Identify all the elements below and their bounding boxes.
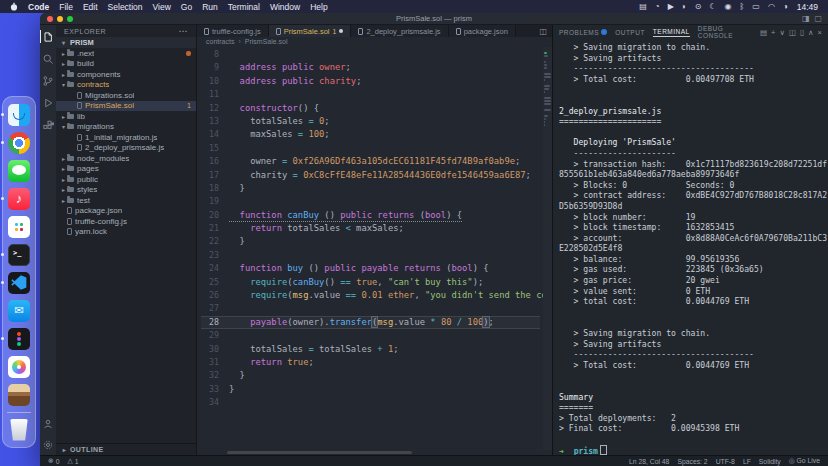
code-line-32[interactable]: 32 } (201, 369, 540, 382)
breadcrumb-item[interactable]: PrismSale.sol (245, 38, 288, 45)
menu-item-code[interactable]: Code (28, 2, 49, 12)
panel-tab-terminal[interactable]: TERMINAL (653, 28, 690, 37)
title-bar[interactable]: PrismSale.sol — prism ◨ ▢ (40, 13, 828, 25)
tab-package.json[interactable]: package.json (449, 25, 516, 37)
dock-item-chrome[interactable] (8, 132, 30, 154)
toggle-panel-icon[interactable]: ◨ (802, 13, 810, 24)
menu-item-selection[interactable]: Selection (108, 2, 143, 12)
file-1_initial_migration.js[interactable]: 1_initial_migration.js (56, 132, 196, 143)
folder-build[interactable]: ▸build (56, 59, 196, 70)
code-line-24[interactable]: 24 function buy () public payable return… (201, 262, 540, 275)
menu-item-help[interactable]: Help (310, 2, 327, 12)
control-center-icon[interactable]: ◑ (783, 2, 788, 11)
code-line-29[interactable]: 29 (201, 329, 540, 342)
zoom-window-button[interactable] (67, 16, 73, 22)
chevron-up-icon[interactable]: ∧ (808, 28, 814, 37)
code-line-26[interactable]: 26 require(msg.value == 0.01 ether, "you… (201, 289, 540, 302)
tab-PrismSale.sol[interactable]: PrismSale.sol1 (269, 25, 352, 37)
settings-icon[interactable] (40, 438, 56, 451)
code-line-16[interactable]: 16 owner = 0xf26A96Df463a105dcEC61181F45… (201, 155, 540, 168)
dock-item-figma[interactable] (8, 328, 30, 350)
chevron-down-icon[interactable]: ∨ (779, 28, 785, 37)
dock-item-finder[interactable] (8, 104, 30, 126)
tab-2_deploy_prismsale.js[interactable]: 2_deploy_prismsale.js (351, 25, 448, 37)
code-line-27[interactable]: 27 (201, 302, 540, 315)
panel-tab-debug-console[interactable]: DEBUG CONSOLE (698, 25, 752, 39)
minimap[interactable] (543, 47, 552, 450)
close-window-button[interactable] (47, 16, 53, 22)
dock-item-music[interactable] (8, 188, 30, 210)
folder-contracts[interactable]: ▾contracts (56, 80, 196, 91)
code-line-9[interactable]: 9 address public owner; (201, 61, 540, 74)
folder-.next[interactable]: ▸.next (56, 48, 196, 59)
trash-icon[interactable]: ▯ (800, 28, 804, 37)
panel-tab-problems[interactable]: PROBLEMS (559, 29, 607, 36)
search-icon[interactable]: ⊙ (695, 2, 702, 11)
breadcrumb-item[interactable]: contracts (206, 38, 234, 45)
source-control-icon[interactable] (40, 74, 56, 87)
split-icon[interactable]: ◫ (789, 28, 796, 37)
terminal-prompt[interactable]: ➜ prism (559, 445, 828, 455)
explorer-icon[interactable] (40, 30, 56, 43)
code-line-30[interactable]: 30 totalSales = totalSales + 1; (201, 343, 540, 356)
file-PrismSale.sol[interactable]: PrismSale.sol1 (56, 101, 196, 112)
minimize-window-button[interactable] (57, 16, 63, 22)
record-icon[interactable]: ◉ (725, 2, 732, 11)
search-icon[interactable] (40, 52, 56, 65)
extensions-icon[interactable] (40, 118, 56, 131)
dock-item-photos[interactable] (8, 356, 30, 378)
bluetooth-icon[interactable]: ᛒ (740, 2, 745, 11)
horizontal-scrollbar[interactable] (227, 451, 412, 454)
code-line-13[interactable]: 13 totalSales = 0; (201, 115, 540, 128)
dock-item-vscode[interactable] (8, 272, 30, 294)
chat-icon[interactable]: ◗ (682, 2, 687, 11)
code-line-11[interactable]: 11 (201, 88, 540, 101)
breadcrumb[interactable]: contracts›PrismSale.sol (197, 37, 552, 46)
folder-styles[interactable]: ▸styles (56, 185, 196, 196)
language-mode[interactable]: Solidity (759, 458, 781, 465)
code-line-14[interactable]: 14 maxSales = 100; (201, 128, 540, 141)
accounts-icon[interactable] (40, 417, 56, 430)
go-live[interactable]: ◎ Go Live (789, 457, 820, 465)
folder-pages[interactable]: ▸pages (56, 164, 196, 175)
folder-test[interactable]: ▸test (56, 195, 196, 206)
folder-node_modules[interactable]: ▸node_modules (56, 153, 196, 164)
file-Migrations.sol[interactable]: Migrations.sol (56, 90, 196, 101)
display-icon[interactable]: ▤ (639, 2, 647, 11)
menu-item-view[interactable]: View (153, 2, 171, 12)
outline-section[interactable]: ▸ OUTLINE (56, 443, 196, 455)
wifi-icon[interactable]: ◠ (768, 2, 775, 11)
customize-layout-icon[interactable]: ▢ (814, 13, 822, 24)
plus-icon[interactable]: + (771, 28, 775, 37)
project-root[interactable]: ▾ PRISM (56, 37, 196, 48)
code-line-12[interactable]: 12 constructor() { (201, 102, 540, 115)
menu-item-terminal[interactable]: Terminal (228, 2, 260, 12)
code-line-20[interactable]: 20 function canBuy () public returns (bo… (201, 209, 540, 222)
code-line-34[interactable]: 34 (201, 396, 540, 409)
file-yarn.lock[interactable]: yarn.lock (56, 227, 196, 238)
folder-components[interactable]: ▸components (56, 69, 196, 80)
menu-item-file[interactable]: File (59, 2, 73, 12)
indentation[interactable]: Spaces: 2 (677, 458, 707, 465)
dock-item-terminal[interactable] (8, 244, 30, 266)
menu-item-go[interactable]: Go (181, 2, 192, 12)
file-truffle-config.js[interactable]: truffle-config.js (56, 216, 196, 227)
menu-item-edit[interactable]: Edit (83, 2, 98, 12)
code-line-21[interactable]: 21 return totalSales < maxSales; (201, 222, 540, 235)
close-icon[interactable]: × (818, 28, 822, 37)
code-line-18[interactable]: 18 } (201, 182, 540, 195)
more-actions-icon[interactable]: ⋯ (179, 26, 189, 36)
code-line-8[interactable]: 8 (201, 48, 540, 61)
run-debug-icon[interactable] (40, 96, 56, 109)
dock-item-mail[interactable] (8, 300, 30, 322)
code-line-15[interactable]: 15 (201, 142, 540, 155)
cursor-position[interactable]: Ln 28, Col 48 (629, 458, 669, 465)
battery-icon[interactable]: ▭ (752, 2, 760, 11)
eol[interactable]: LF (743, 458, 751, 465)
file-package.json[interactable]: package.json (56, 206, 196, 217)
moon-icon[interactable]: ☾ (709, 2, 716, 11)
code-line-28[interactable]: 28 payable(owner).transfer(msg.value * 8… (201, 316, 540, 329)
dock-item-slack[interactable] (8, 216, 30, 238)
folder-migrations[interactable]: ▾migrations (56, 122, 196, 133)
file-2_deploy_prismsale.js[interactable]: 2_deploy_prismsale.js (56, 143, 196, 154)
